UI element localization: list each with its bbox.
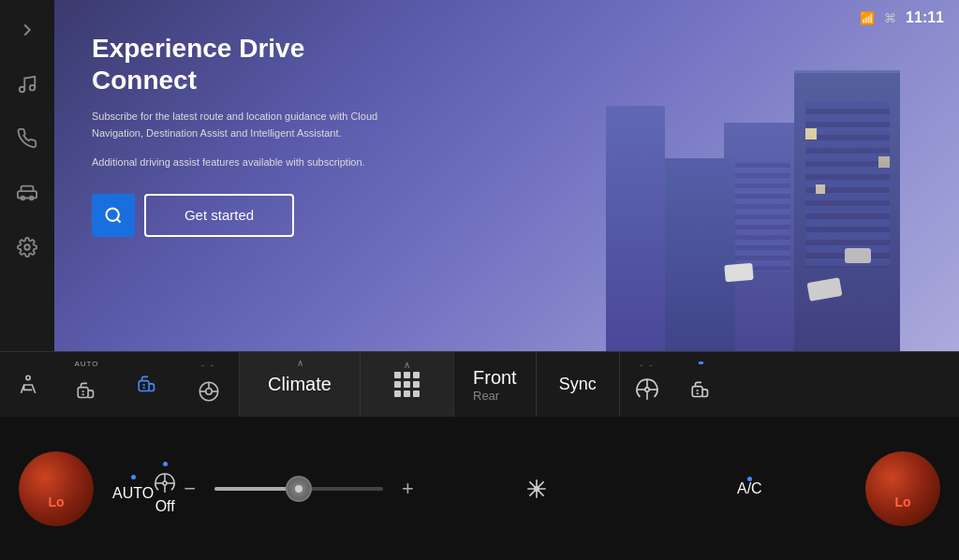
- rear-label: Rear: [473, 389, 499, 403]
- sidebar-item-settings[interactable]: [14, 234, 40, 260]
- sync-button[interactable]: Sync: [537, 352, 620, 417]
- hero-title: Experience DriveConnect: [92, 33, 429, 96]
- rear-seat-control[interactable]: [674, 352, 729, 417]
- hero-extra: Additional driving assist features avail…: [92, 155, 429, 171]
- front-rear-button[interactable]: Front Rear: [454, 352, 537, 417]
- right-climate-controls: Front Rear Sync - -: [454, 352, 959, 417]
- fan-decrease-button[interactable]: −: [176, 477, 203, 501]
- right-temperature-knob[interactable]: Lo: [865, 451, 940, 526]
- get-started-button[interactable]: Get started: [144, 194, 294, 237]
- steering-heat-control[interactable]: - -: [178, 352, 239, 417]
- auto-label: AUTO: [112, 485, 154, 502]
- hero-actions: Get started: [92, 194, 429, 237]
- wifi-icon: 📶: [860, 11, 875, 25]
- climate-up-arrow: ∧: [297, 358, 303, 368]
- ac-label: A/C: [737, 480, 762, 497]
- sidebar-item-phone[interactable]: [14, 125, 40, 152]
- hero-text-block: Experience DriveConnect Subscribe for th…: [92, 33, 429, 237]
- fan-increase-button[interactable]: +: [394, 477, 421, 501]
- svg-point-24: [163, 481, 167, 485]
- svg-rect-21: [692, 386, 702, 396]
- seat-position-control[interactable]: [0, 352, 56, 417]
- svg-point-20: [645, 387, 649, 391]
- bottom-bar: Lo AUTO Off −: [0, 417, 959, 560]
- right-knob-label: Lo: [894, 494, 910, 509]
- city-illustration: [371, 0, 959, 351]
- sync-label: Sync: [559, 375, 597, 394]
- fan-label: Off: [155, 498, 175, 515]
- climate-button[interactable]: ∧ Climate: [239, 352, 361, 417]
- grid-menu-button[interactable]: ∧: [361, 352, 454, 417]
- svg-point-5: [24, 244, 30, 250]
- defrost-icon: [524, 477, 549, 501]
- front-label: Front: [473, 367, 517, 389]
- seat-heat-front-control[interactable]: AUTO: [56, 352, 117, 417]
- steering-dots: - -: [201, 360, 215, 370]
- grid-icon: [394, 372, 420, 397]
- ac-indicator: [747, 477, 752, 481]
- svg-rect-9: [78, 387, 88, 397]
- svg-point-0: [20, 87, 25, 93]
- hero-subtitle: Subscribe for the latest route and locat…: [92, 109, 429, 141]
- status-bar: 📶 ⌘ 11:11: [860, 9, 944, 26]
- svg-point-6: [107, 208, 119, 220]
- left-knob-label: Lo: [48, 494, 64, 509]
- rear-fan-control[interactable]: - -: [620, 352, 674, 417]
- left-temperature-knob[interactable]: Lo: [19, 451, 94, 526]
- auto-badge: AUTO: [74, 360, 98, 368]
- sidebar-item-car[interactable]: [14, 180, 40, 206]
- hero-content: Experience DriveConnect Subscribe for th…: [54, 0, 959, 351]
- screen-area: Experience DriveConnect Subscribe for th…: [0, 0, 959, 351]
- fan-speed-control[interactable]: Off: [154, 462, 176, 515]
- search-button[interactable]: [92, 194, 135, 237]
- seat-cool-control[interactable]: [117, 352, 178, 417]
- fan-icon: [154, 472, 176, 494]
- svg-rect-12: [139, 380, 149, 391]
- fan-thumb-dot: [295, 485, 302, 493]
- time-display: 11:11: [906, 9, 944, 26]
- fan-indicator: [163, 462, 168, 466]
- svg-line-7: [117, 219, 121, 223]
- rear-fan-dots: - -: [640, 360, 654, 370]
- rear-seat-indicator: [699, 361, 703, 364]
- fan-slider-thumb[interactable]: [286, 476, 312, 502]
- sidebar-item-music[interactable]: [14, 71, 40, 97]
- bottom-controls: AUTO Off − +: [103, 462, 431, 515]
- climate-bar: AUTO - - ∧ Climate: [0, 351, 959, 417]
- right-bottom-controls: A/C: [431, 477, 856, 501]
- auto-control[interactable]: AUTO: [112, 475, 154, 502]
- bluetooth-icon: ⌘: [884, 11, 896, 25]
- sidebar: [0, 0, 54, 351]
- climate-label: Climate: [268, 374, 332, 395]
- fan-slider[interactable]: [214, 487, 383, 491]
- sidebar-item-nav[interactable]: [14, 17, 40, 43]
- ac-button[interactable]: A/C: [737, 480, 762, 497]
- fan-slider-area: − +: [176, 477, 421, 501]
- svg-point-1: [30, 85, 36, 91]
- auto-indicator: [131, 475, 136, 479]
- svg-point-16: [205, 388, 212, 394]
- svg-point-8: [26, 376, 30, 379]
- defrost-button[interactable]: [524, 477, 549, 501]
